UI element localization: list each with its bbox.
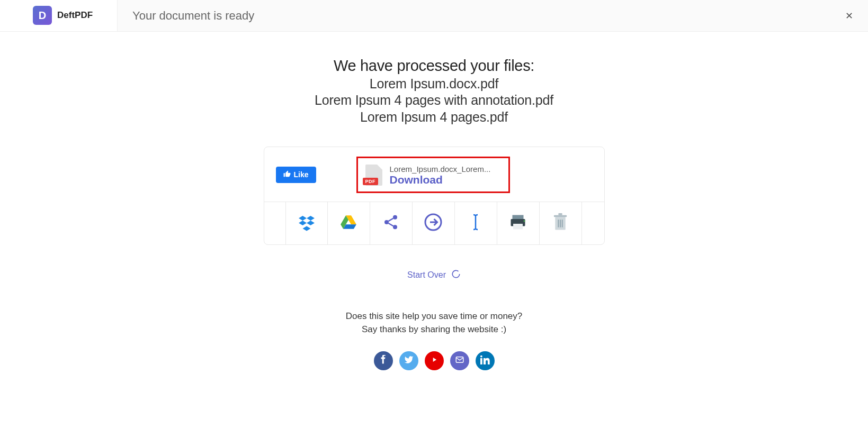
share-icon bbox=[382, 214, 399, 233]
linkedin-icon bbox=[480, 355, 490, 367]
download-card: Like PDF Lorem_Ipsum.docx_Lorem... Downl… bbox=[264, 147, 605, 245]
svg-rect-10 bbox=[558, 213, 562, 215]
delete-button[interactable] bbox=[540, 202, 582, 244]
file-icon: PDF bbox=[365, 165, 382, 186]
arrow-circle-icon bbox=[424, 213, 443, 234]
like-label: Like bbox=[294, 170, 309, 179]
footer-line-2: Say thanks by sharing the website :) bbox=[0, 323, 868, 336]
svg-rect-4 bbox=[513, 215, 524, 219]
svg-point-0 bbox=[393, 215, 397, 219]
facebook-icon bbox=[379, 355, 388, 367]
svg-rect-9 bbox=[554, 215, 567, 217]
dropbox-icon bbox=[297, 213, 316, 234]
start-over-label: Start Over bbox=[407, 270, 446, 280]
youtube-icon bbox=[431, 356, 438, 366]
brand-name: DeftPDF bbox=[57, 10, 93, 21]
download-info: Lorem_Ipsum.docx_Lorem... Download bbox=[390, 165, 491, 186]
svg-point-1 bbox=[384, 220, 389, 224]
refresh-icon bbox=[451, 269, 461, 281]
text-cursor-icon bbox=[468, 213, 484, 234]
trash-icon bbox=[552, 213, 568, 233]
brand-logo[interactable]: D DeftPDF bbox=[0, 0, 118, 32]
download-filename: Lorem_Ipsum.docx_Lorem... bbox=[390, 165, 491, 174]
print-button[interactable] bbox=[497, 202, 540, 244]
social-row bbox=[0, 351, 868, 370]
download-top-row: Like PDF Lorem_Ipsum.docx_Lorem... Downl… bbox=[264, 147, 604, 202]
footer-line-1: Does this site help you save time or mon… bbox=[0, 309, 868, 323]
processed-heading: We have processed your files: bbox=[0, 57, 868, 75]
like-button[interactable]: Like bbox=[276, 167, 316, 183]
file-list: Lorem Ipsum.docx.pdf Lorem Ipsum 4 pages… bbox=[0, 76, 868, 125]
logo-mark: D bbox=[33, 6, 52, 25]
svg-point-7 bbox=[524, 220, 525, 222]
email-share[interactable] bbox=[450, 351, 469, 370]
file-item: Lorem Ipsum.docx.pdf bbox=[0, 76, 868, 92]
thumbs-up-icon bbox=[283, 170, 291, 179]
twitter-icon bbox=[404, 355, 414, 367]
main-content: We have processed your files: Lorem Ipsu… bbox=[0, 32, 868, 370]
share-button[interactable] bbox=[370, 202, 413, 244]
action-row bbox=[264, 202, 604, 244]
facebook-share[interactable] bbox=[374, 351, 393, 370]
close-icon[interactable]: ✕ bbox=[830, 10, 868, 22]
linkedin-share[interactable] bbox=[476, 351, 495, 370]
export-button[interactable] bbox=[413, 202, 455, 244]
google-drive-icon bbox=[339, 213, 357, 233]
youtube-share[interactable] bbox=[425, 351, 444, 370]
dropbox-button[interactable] bbox=[285, 202, 328, 244]
svg-point-2 bbox=[393, 225, 397, 229]
twitter-share[interactable] bbox=[399, 351, 418, 370]
pdf-badge: PDF bbox=[363, 178, 379, 185]
start-over-link[interactable]: Start Over bbox=[407, 269, 461, 281]
file-item: Lorem Ipsum 4 pages with annotation.pdf bbox=[0, 92, 868, 108]
download-label: Download bbox=[390, 174, 491, 186]
file-item: Lorem Ipsum 4 pages.pdf bbox=[0, 109, 868, 125]
page-title: Your document is ready bbox=[118, 9, 830, 23]
svg-rect-6 bbox=[513, 224, 523, 230]
google-drive-button[interactable] bbox=[328, 202, 370, 244]
download-button[interactable]: PDF Lorem_Ipsum.docx_Lorem... Download bbox=[356, 157, 510, 193]
footer-text: Does this site help you save time or mon… bbox=[0, 309, 868, 336]
rename-button[interactable] bbox=[455, 202, 497, 244]
header-bar: D DeftPDF Your document is ready ✕ bbox=[0, 0, 868, 32]
email-icon bbox=[455, 355, 464, 367]
printer-icon bbox=[508, 213, 527, 234]
